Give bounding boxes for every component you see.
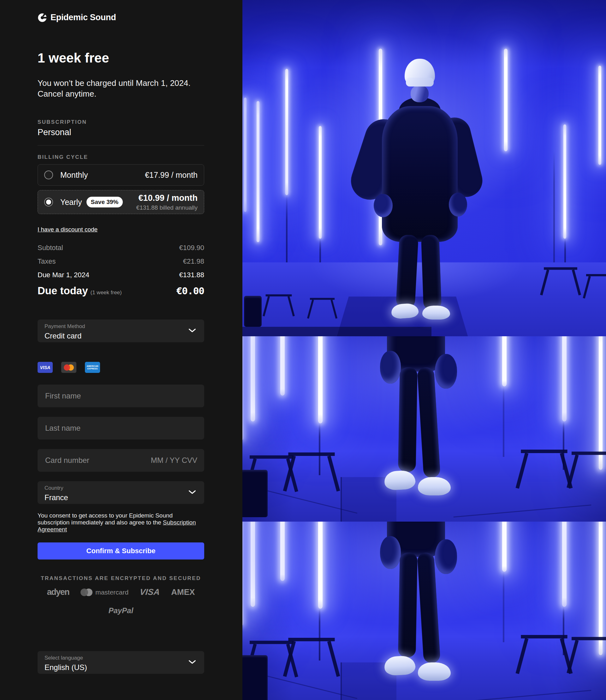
- light-stand: [288, 638, 334, 641]
- neon-tube: [244, 97, 247, 212]
- billing-option-name: Monthly: [60, 171, 88, 180]
- billing-option-monthly[interactable]: Monthly €17.99 / month: [38, 164, 204, 186]
- last-name-input[interactable]: [45, 423, 197, 433]
- hand: [380, 536, 401, 569]
- country-value: France: [45, 493, 197, 502]
- country-select[interactable]: Country France: [38, 481, 204, 504]
- stage-scene-zoom: [242, 336, 606, 522]
- card-number-field[interactable]: MM / YY CVV: [38, 449, 204, 472]
- light-stand: [586, 274, 606, 276]
- neon-tube: [319, 126, 322, 239]
- stage-scene: [242, 0, 606, 336]
- neon-tube: [251, 522, 255, 607]
- adyen-logo: adyen: [47, 587, 69, 597]
- light-stand: [288, 452, 334, 456]
- billing-option-name: Yearly: [60, 198, 82, 207]
- page-title: 1 week free: [38, 50, 204, 66]
- confirm-subscribe-button[interactable]: Confirm & Subscribe: [38, 542, 204, 560]
- card-expiry-cvv-placeholder[interactable]: MM / YY CVV: [151, 456, 197, 465]
- sneaker: [422, 306, 450, 319]
- hero-image: [242, 0, 606, 700]
- save-badge: Save 39%: [87, 197, 123, 207]
- equipment-case: [244, 296, 262, 327]
- due-today-value: €0.00: [177, 285, 204, 296]
- discount-code-link[interactable]: I have a discount code: [38, 226, 97, 233]
- summary-row: Due Mar 1, 2024 €131.88: [38, 271, 204, 279]
- language-value: English (US): [45, 663, 197, 672]
- language-select[interactable]: Select language English (US): [38, 651, 204, 674]
- person-silhouette: [372, 59, 467, 321]
- mastercard-logo: mastercard: [80, 588, 129, 596]
- subscription-label: SUBSCRIPTION: [38, 119, 204, 125]
- payment-method-label: Payment Method: [45, 323, 197, 330]
- checkout-panel: Epidemic Sound 1 week free You won’t be …: [0, 0, 242, 700]
- hand: [435, 539, 457, 574]
- summary-label: Due Mar 1, 2024: [38, 271, 89, 279]
- last-name-field[interactable]: [38, 417, 204, 439]
- hero-photo-tile-2: [242, 336, 606, 522]
- neon-tube: [504, 49, 508, 151]
- first-name-field[interactable]: [38, 385, 204, 407]
- first-name-input[interactable]: [45, 391, 197, 401]
- billing-option-note: €131.88 billed annually: [136, 204, 197, 211]
- hero-photo-tile-1: [242, 0, 606, 336]
- subscription-plan: Personal: [38, 128, 204, 137]
- leg: [417, 367, 440, 478]
- card-number-input[interactable]: [45, 456, 151, 465]
- billing-option-yearly[interactable]: Yearly Save 39% €10.99 / month €131.88 b…: [38, 190, 204, 214]
- person-silhouette-zoom: [378, 336, 476, 522]
- light-stand: [266, 294, 292, 296]
- security-note: TRANSACTIONS ARE ENCRYPTED AND SECURED: [38, 575, 204, 582]
- sneaker: [391, 303, 419, 319]
- divider: [38, 145, 204, 145]
- neon-tube: [318, 522, 323, 609]
- summary-value: €131.88: [179, 271, 204, 279]
- summary-row: Subtotal €109.90: [38, 244, 204, 252]
- paypal-logo: PayPal: [38, 606, 204, 615]
- neon-tube: [251, 336, 255, 422]
- sneaker: [418, 662, 451, 681]
- brand-logo: Epidemic Sound: [38, 13, 204, 22]
- consent-text: You consent to get access to your Epidem…: [38, 512, 204, 533]
- radio-button-monthly[interactable]: [44, 171, 53, 179]
- chevron-down-icon: [188, 490, 196, 495]
- equipment-case: [242, 655, 267, 700]
- neon-tube: [502, 336, 507, 386]
- brand-name: Epidemic Sound: [50, 13, 116, 22]
- billing-option-price: €10.99 / month: [136, 193, 197, 203]
- neon-tube: [285, 69, 288, 195]
- hand: [449, 193, 467, 217]
- light-stand: [544, 267, 577, 270]
- beanie-band: [406, 78, 434, 87]
- hand: [435, 354, 457, 389]
- hand: [374, 194, 393, 217]
- page-subtitle: You won’t be charged until March 1, 2024…: [38, 78, 204, 99]
- leg: [396, 234, 419, 309]
- tube-stand-pole: [319, 609, 320, 660]
- mastercard-circles-icon: [80, 588, 92, 596]
- chevron-down-icon: [188, 328, 196, 334]
- amex-logo: AMEX: [171, 587, 195, 597]
- summary-label: Subtotal: [38, 244, 63, 252]
- leg: [417, 552, 440, 664]
- radio-button-yearly[interactable]: [44, 198, 53, 206]
- neon-tube: [502, 522, 507, 572]
- equipment-case: [242, 470, 267, 517]
- discount-code-row: I have a discount code: [38, 226, 204, 233]
- neon-tube: [562, 336, 566, 422]
- hero-photo-tile-3: [242, 522, 606, 700]
- due-today-note: (1 week free): [91, 290, 122, 296]
- neon-tube: [242, 522, 243, 626]
- light-stand: [572, 452, 606, 455]
- light-stand: [572, 637, 606, 640]
- light-stand: [521, 635, 567, 638]
- language-label: Select language: [45, 655, 197, 661]
- tube-stand-pole: [319, 423, 320, 475]
- neon-tube: [599, 522, 603, 655]
- neon-tube: [318, 336, 323, 423]
- billing-cycle-label: BILLING CYCLE: [38, 154, 204, 160]
- summary-value: €109.90: [179, 244, 204, 252]
- neon-tube: [599, 66, 601, 165]
- payment-method-select[interactable]: Payment Method Credit card: [38, 319, 204, 342]
- neon-tube: [280, 336, 285, 396]
